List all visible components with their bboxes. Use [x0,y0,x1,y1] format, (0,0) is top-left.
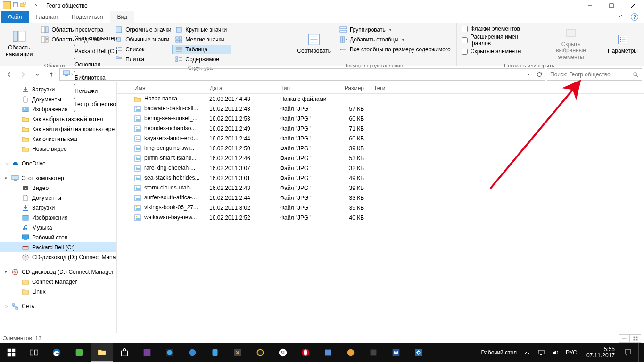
view-content-button[interactable]: Содержимое [172,55,231,64]
taskbar-word[interactable]: W [385,343,407,362]
show-desktop-label[interactable]: Рабочий стол [481,349,517,356]
nav-forward-button[interactable] [17,68,29,81]
checkbox-file-extensions[interactable]: Расширения имен файлов [460,33,540,47]
tree-linux[interactable]: Linux [0,287,116,296]
maximize-button[interactable] [601,0,622,11]
file-row[interactable]: rare-king-cheetah-...16.02.2011 3:07Файл… [117,163,644,173]
options-button[interactable]: Параметры [605,25,641,62]
tree-onedrive[interactable]: ▷OneDrive [0,158,116,168]
view-large-button[interactable]: Крупные значки [172,25,231,34]
taskbar-settings[interactable] [407,343,430,362]
tab-file[interactable]: Файл [1,11,29,23]
taskbar-app-5[interactable] [204,343,226,362]
collapse-ribbon-icon[interactable] [619,13,624,19]
taskbar-app-9[interactable] [339,343,362,362]
tab-view[interactable]: Вид [110,11,134,23]
breadcrumb-segment[interactable]: Основная [74,61,118,68]
file-row[interactable]: kayakers-lands-end...16.02.2011 2:44Файл… [117,133,644,143]
col-size[interactable]: Размер [332,82,369,93]
tree-music[interactable]: Музыка [0,222,116,232]
collapse-icon[interactable]: ▾ [5,176,7,181]
file-row[interactable]: puffin-shiant-island...16.02.2011 2:46Фа… [117,153,644,163]
tree-packard-bell[interactable]: Packard Bell (C:) [0,242,116,252]
column-headers[interactable]: Имя Дата Тип Размер Теги [117,82,644,94]
tree-documents[interactable]: Документы [0,94,116,104]
tab-share[interactable]: Поделиться [65,11,110,23]
refresh-icon[interactable] [536,71,543,78]
qat-dropdown-icon[interactable] [34,2,40,9]
add-columns-button[interactable]: +Добавить столбцы▾ [337,35,454,44]
nav-history-button[interactable] [31,68,43,81]
navigation-pane-button[interactable]: Область навигации [3,25,35,62]
taskbar-app-2[interactable] [136,343,158,362]
view-details-toggle[interactable] [619,334,630,343]
expand-icon[interactable]: ▷ [5,304,8,309]
sort-button[interactable]: Сортировать [294,25,334,62]
taskbar-app-4[interactable] [181,343,204,362]
close-button[interactable] [622,0,644,11]
tree-cd-1[interactable]: CD-дисковод (D:) Connect Manager [0,252,116,262]
tray-chevron-up-icon[interactable] [523,349,531,356]
chevron-right-icon[interactable]: › [74,42,75,48]
task-view-button[interactable] [23,343,45,362]
help-icon[interactable]: ? [631,13,638,21]
expand-icon[interactable]: ▷ [5,161,8,166]
nav-up-button[interactable] [45,68,58,81]
col-name[interactable]: Имя [130,82,205,93]
tree-pictures[interactable]: Изображения [0,104,116,114]
taskbar-app-10[interactable] [362,343,385,362]
file-row[interactable]: Новая папка23.03.2017 4:43Папка с файлам… [117,94,644,104]
taskbar-app-1[interactable] [68,343,91,362]
taskbar-opera[interactable] [294,343,317,362]
new-folder-icon[interactable] [20,2,26,9]
chevron-right-icon[interactable]: › [74,56,75,61]
breadcrumb-segment[interactable]: Библиотека [74,74,118,81]
file-row[interactable]: sea-stacks-hebrides...16.02.2011 3:01Фай… [117,173,644,183]
group-by-button[interactable]: Группировать▾ [337,25,454,34]
tree-folder-2[interactable]: Как найти файл на компьютере [0,124,116,134]
file-row[interactable]: waikawau-bay-new...16.02.2011 2:52Файл "… [117,213,644,222]
view-medium-button[interactable]: Обычные значки [112,35,172,44]
taskbar-store[interactable] [113,343,136,362]
tree-folder-3[interactable]: Как очистить кэш [0,134,116,144]
size-columns-button[interactable]: Все столбцы по размеру содержимого [337,45,454,54]
taskbar-app-6[interactable] [226,343,249,362]
search-box[interactable]: Поиск: Геогр общество [547,68,642,81]
tray-volume-icon[interactable] [552,349,559,356]
view-list-button[interactable]: Список [112,45,172,54]
taskbar-edge[interactable] [45,343,68,362]
file-row[interactable]: king-penguins-swi...16.02.2011 2:50Файл … [117,143,644,153]
navigation-tree[interactable]: Загрузки Документы Изображения Как выбра… [0,82,117,333]
view-huge-button[interactable]: Огромные значки [112,25,172,34]
file-row[interactable]: vikings-book-05_27...16.02.2011 3:02Файл… [117,203,644,213]
tray-language[interactable]: РУС [566,349,577,356]
tray-action-center-icon[interactable] [624,349,632,356]
tree-folder-4[interactable]: Новые видео [0,144,116,154]
taskbar-app-7[interactable] [249,343,272,362]
tree-downloads[interactable]: Загрузки [0,84,116,94]
file-row[interactable]: badwater-basin-cali...16.02.2011 2:43Фай… [117,104,644,114]
tree-folder-1[interactable]: Как выбрать газовый котел [0,114,116,124]
show-desktop-button[interactable] [638,343,641,362]
checkbox-item-checkboxes[interactable]: Флажки элементов [460,25,540,33]
taskbar-explorer[interactable] [91,343,113,362]
file-row[interactable]: storm-clouds-utah-...16.02.2011 2:43Файл… [117,183,644,193]
taskbar-yandex[interactable]: Я [272,343,294,362]
view-icons-toggle[interactable] [630,334,641,343]
col-tags[interactable]: Теги [369,82,407,93]
breadcrumb-segment[interactable]: Этот компьютер [74,35,118,41]
tree-pictures-2[interactable]: Изображения [0,213,116,222]
tree-documents-2[interactable]: Документы [0,193,116,203]
tree-network[interactable]: ▷Сеть [0,301,116,311]
tree-downloads-2[interactable]: Загрузки [0,203,116,213]
view-details-button[interactable]: Таблица [172,45,231,54]
collapse-icon[interactable]: ▾ [5,270,7,274]
tree-this-pc[interactable]: ▾Этот компьютер [0,173,116,183]
start-button[interactable] [0,343,23,362]
col-type[interactable]: Тип [276,82,332,93]
minimize-button[interactable] [579,0,601,11]
address-dropdown-icon[interactable] [527,72,532,77]
checkbox-hidden-items[interactable]: Скрытые элементы [460,48,540,55]
file-rows[interactable]: Новая папка23.03.2017 4:43Папка с файлам… [117,94,644,333]
col-date[interactable]: Дата [205,82,276,93]
